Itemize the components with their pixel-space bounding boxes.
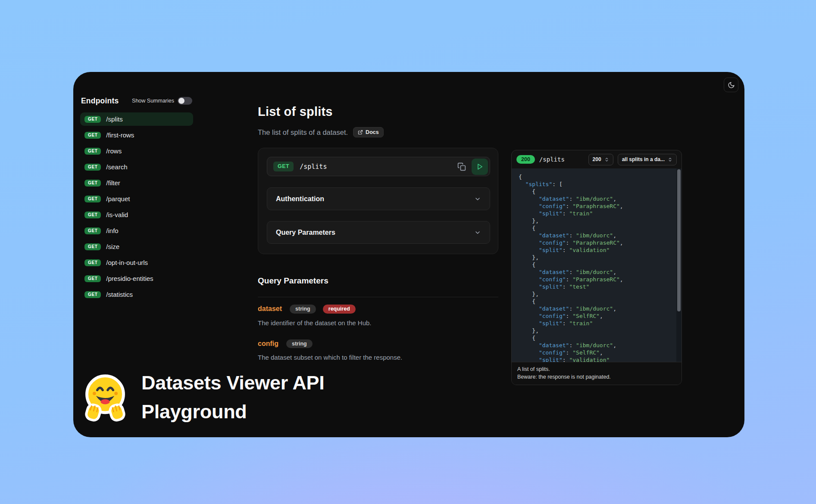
method-badge: GET <box>84 259 101 266</box>
run-request-button[interactable] <box>472 159 488 175</box>
endpoint-path: /splits <box>106 115 122 123</box>
scrollbar-thumb[interactable] <box>677 169 681 311</box>
response-footer-line: Beware: the response is not paginated. <box>517 373 676 381</box>
authentication-accordion[interactable]: Authentication <box>267 187 490 210</box>
status-code-select[interactable]: 200 <box>588 154 613 165</box>
show-summaries-group: Show Summaries <box>132 97 192 105</box>
branding-title-line1: Datasets Viewer API <box>141 368 325 397</box>
chevrons-up-down-icon <box>604 157 609 162</box>
hugging-face-emoji <box>80 370 130 424</box>
status-badge: 200 <box>516 155 535 164</box>
response-panel: 200 /splits 200 all splits in a da... { … <box>511 150 682 385</box>
scrollbar[interactable] <box>676 168 682 362</box>
query-parameters-accordion[interactable]: Query Parameters <box>267 221 490 244</box>
json-code: { "splits": [ { "dataset": "ibm/duorc", … <box>519 173 670 362</box>
docs-button[interactable]: Docs <box>353 127 384 137</box>
sidebar-item-is-valid[interactable]: GET/is-valid <box>80 208 193 221</box>
method-badge: GET <box>84 243 101 250</box>
method-badge: GET <box>84 196 101 202</box>
method-badge: GET <box>84 227 101 234</box>
endpoint-path: /parquet <box>106 195 130 202</box>
response-footer-line: A list of splits. <box>517 365 676 373</box>
endpoint-path: /rows <box>106 147 122 155</box>
request-path: /splits <box>300 163 327 171</box>
request-panel: GET /splits <box>258 148 498 254</box>
section-divider <box>258 297 498 297</box>
parameter-dataset: datasetstringrequiredThe identifier of t… <box>258 305 498 327</box>
method-badge: GET <box>84 212 101 218</box>
endpoint-path: /size <box>106 243 119 250</box>
response-footer: A list of splits. Beware: the response i… <box>512 362 682 385</box>
page-subtitle: The list of splits of a dataset. <box>258 128 348 137</box>
parameter-description: The identifier of the dataset on the Hub… <box>258 319 498 327</box>
app-window: Endpoints Show Summaries GET/splitsGET/f… <box>73 72 744 437</box>
sidebar-item-first-rows[interactable]: GET/first-rows <box>80 128 193 142</box>
endpoint-path: /search <box>106 163 127 171</box>
response-header: 200 /splits 200 all splits in a da... <box>512 150 682 168</box>
method-badge: GET <box>84 275 101 282</box>
copy-icon <box>457 162 466 171</box>
example-select-value: all splits in a da... <box>622 156 665 162</box>
method-badge: GET <box>84 164 101 171</box>
method-badge: GET <box>84 148 101 155</box>
sidebar-item-statistics[interactable]: GET/statistics <box>80 288 193 301</box>
type-badge: string <box>286 339 313 348</box>
sidebar-item-filter[interactable]: GET/filter <box>80 176 193 190</box>
page-title: List of splits <box>258 105 333 119</box>
sidebar-title: Endpoints <box>81 96 119 106</box>
query-parameters-section-title: Query Parameters <box>258 276 328 286</box>
branding: Datasets Viewer API Playground <box>80 368 325 426</box>
method-badge: GET <box>84 180 101 187</box>
parameter-name: config <box>258 340 278 348</box>
sidebar-item-rows[interactable]: GET/rows <box>80 144 193 158</box>
play-icon <box>476 163 483 170</box>
subtitle-row: The list of splits of a dataset. Docs <box>258 127 384 137</box>
chevron-down-icon <box>474 196 481 202</box>
branding-title: Datasets Viewer API Playground <box>141 368 325 426</box>
authentication-accordion-label: Authentication <box>276 195 324 203</box>
sidebar-item-parquet[interactable]: GET/parquet <box>80 192 193 205</box>
response-body: { "splits": [ { "dataset": "ibm/duorc", … <box>512 168 682 362</box>
docs-button-label: Docs <box>366 129 379 135</box>
method-badge: GET <box>84 132 101 139</box>
method-badge: GET <box>84 291 101 298</box>
endpoint-path: /info <box>106 227 118 234</box>
parameter-name: dataset <box>258 305 282 313</box>
moon-icon <box>728 81 735 89</box>
response-path: /splits <box>539 156 565 163</box>
sidebar-item-search[interactable]: GET/search <box>80 160 193 174</box>
status-code-select-value: 200 <box>593 156 601 162</box>
sidebar-item-presidio-entities[interactable]: GET/presidio-entities <box>80 272 193 285</box>
endpoint-path: /first-rows <box>106 131 134 139</box>
endpoint-list: GET/splitsGET/first-rowsGET/rowsGET/sear… <box>80 112 193 301</box>
endpoint-path: /filter <box>106 179 120 187</box>
show-summaries-label: Show Summaries <box>132 98 174 104</box>
sidebar-item-opt-in-out-urls[interactable]: GET/opt-in-out-urls <box>80 256 193 269</box>
request-method-badge: GET <box>273 162 294 171</box>
endpoint-path: /statistics <box>106 291 133 298</box>
toggle-knob <box>178 98 184 104</box>
endpoint-path: /opt-in-out-urls <box>106 259 148 266</box>
sidebar-header: Endpoints Show Summaries <box>80 95 193 106</box>
endpoint-path: /presidio-entities <box>106 275 153 282</box>
endpoint-path: /is-valid <box>106 211 128 218</box>
type-badge: string <box>290 305 316 314</box>
show-summaries-toggle[interactable] <box>178 97 192 105</box>
chevrons-up-down-icon <box>668 157 672 162</box>
required-badge: required <box>323 305 356 314</box>
chevron-down-icon <box>474 229 481 236</box>
parameter-list: datasetstringrequiredThe identifier of t… <box>258 305 498 361</box>
sidebar-item-size[interactable]: GET/size <box>80 240 193 253</box>
query-parameters-accordion-label: Query Parameters <box>276 229 335 236</box>
parameter-description: The dataset subset on which to filter th… <box>258 354 498 361</box>
branding-title-line2: Playground <box>141 397 325 426</box>
example-select[interactable]: all splits in a da... <box>618 154 677 165</box>
request-bar: GET /splits <box>267 157 490 176</box>
parameter-config: configstringThe dataset subset on which … <box>258 339 498 361</box>
sidebar-item-info[interactable]: GET/info <box>80 224 193 237</box>
sidebar-item-splits[interactable]: GET/splits <box>80 112 193 126</box>
external-link-icon <box>358 130 363 135</box>
theme-toggle-button[interactable] <box>724 78 738 92</box>
sidebar: Endpoints Show Summaries GET/splitsGET/f… <box>80 95 193 301</box>
copy-button[interactable] <box>457 162 466 171</box>
